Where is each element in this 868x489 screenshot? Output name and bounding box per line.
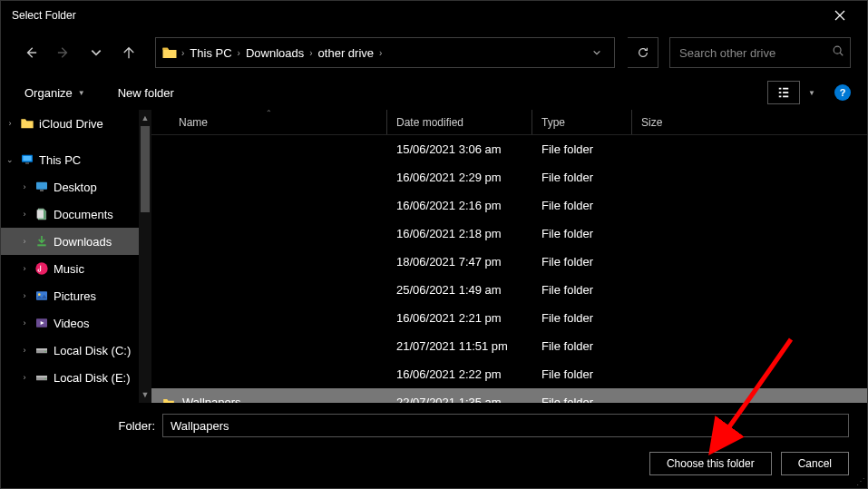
sidebar-item-documents[interactable]: ›Documents bbox=[1, 200, 151, 228]
file-date: 16/06/2021 2:22 pm bbox=[387, 367, 532, 381]
up-button[interactable] bbox=[115, 39, 142, 66]
folder-input[interactable] bbox=[162, 414, 849, 437]
file-date: 16/06/2021 2:18 pm bbox=[387, 227, 532, 240]
resize-grip-icon[interactable]: ⋰ bbox=[856, 476, 865, 486]
chevron-right-icon: › bbox=[19, 210, 30, 219]
folder-icon bbox=[160, 43, 180, 63]
refresh-button[interactable] bbox=[628, 37, 658, 68]
file-row[interactable]: 16/06/2021 2:18 pmFile folder bbox=[151, 220, 867, 248]
file-type: File folder bbox=[532, 283, 632, 297]
sidebar-item-local-disk-c-[interactable]: ›Local Disk (C:) bbox=[1, 337, 151, 364]
sidebar-item-local-disk-e-[interactable]: ›Local Disk (E:) bbox=[1, 364, 151, 391]
list-view-icon bbox=[776, 86, 791, 99]
organize-button[interactable]: Organize ▼ bbox=[17, 83, 93, 103]
svg-rect-2 bbox=[783, 88, 788, 90]
chevron-right-icon: › bbox=[19, 237, 30, 246]
sidebar-item-this-pc[interactable]: ⌄This PC bbox=[1, 146, 151, 173]
help-button[interactable]: ? bbox=[834, 84, 851, 101]
sort-indicator-icon: ⌃ bbox=[266, 110, 272, 117]
new-folder-label: New folder bbox=[118, 86, 174, 100]
svg-rect-11 bbox=[40, 190, 44, 191]
main-area: ›iCloud Drive⌄This PC›Desktop›Documents›… bbox=[1, 110, 867, 403]
column-name[interactable]: Name ⌃ bbox=[151, 110, 387, 134]
forward-button[interactable] bbox=[50, 39, 77, 66]
view-dropdown[interactable]: ▼ bbox=[804, 81, 820, 104]
svg-point-16 bbox=[38, 293, 41, 296]
folder-icon bbox=[161, 395, 177, 404]
svg-rect-3 bbox=[779, 92, 782, 93]
organize-label: Organize bbox=[24, 86, 73, 100]
chevron-right-icon: › bbox=[5, 119, 15, 128]
file-row[interactable]: 16/06/2021 2:29 pmFile folder bbox=[151, 163, 867, 191]
sidebar-scrollbar[interactable]: ▲ ▼ bbox=[139, 110, 151, 403]
file-row[interactable]: 16/06/2021 2:21 pmFile folder bbox=[151, 304, 867, 332]
file-row[interactable]: 25/06/2021 1:49 amFile folder bbox=[151, 276, 867, 304]
view-button[interactable] bbox=[767, 81, 800, 104]
select-folder-dialog: Select Folder › This PC › Downloads › ot bbox=[0, 0, 868, 489]
new-folder-button[interactable]: New folder bbox=[111, 83, 181, 103]
column-size[interactable]: Size bbox=[632, 110, 705, 134]
file-type: File folder bbox=[532, 227, 632, 240]
file-type: File folder bbox=[532, 396, 632, 403]
choose-folder-button[interactable]: Choose this folder bbox=[649, 452, 772, 475]
file-row[interactable]: 16/06/2021 2:22 pmFile folder bbox=[151, 360, 867, 388]
dialog-footer: Folder: Choose this folder Cancel bbox=[1, 403, 867, 488]
file-row[interactable]: 15/06/2021 3:06 amFile folder bbox=[151, 135, 867, 163]
svg-point-23 bbox=[44, 378, 45, 379]
sidebar-item-label: This PC bbox=[39, 153, 81, 167]
scrollbar-thumb[interactable] bbox=[141, 126, 150, 212]
sidebar-item-videos[interactable]: ›Videos bbox=[1, 309, 151, 337]
chevron-right-icon: › bbox=[19, 318, 30, 328]
sidebar-item-label: Documents bbox=[54, 208, 113, 221]
breadcrumb-item[interactable]: Downloads bbox=[240, 46, 309, 60]
file-date: 22/07/2021 1:35 am bbox=[387, 396, 532, 403]
scroll-up-icon[interactable]: ▲ bbox=[139, 112, 151, 124]
scroll-down-icon[interactable]: ▼ bbox=[139, 388, 151, 401]
breadcrumb-dropdown[interactable] bbox=[583, 44, 610, 61]
back-button[interactable] bbox=[17, 39, 44, 66]
sidebar-item-label: Local Disk (E:) bbox=[54, 371, 131, 385]
sidebar: ›iCloud Drive⌄This PC›Desktop›Documents›… bbox=[1, 110, 151, 403]
svg-rect-10 bbox=[36, 182, 47, 190]
file-content: Name ⌃ Date modified Type Size 15/06/202… bbox=[151, 110, 867, 403]
file-type: File folder bbox=[532, 339, 632, 353]
file-date: 18/06/2021 7:47 pm bbox=[387, 255, 532, 269]
file-row[interactable]: 21/07/2021 11:51 pmFile folder bbox=[151, 332, 867, 360]
close-button[interactable] bbox=[824, 3, 856, 28]
file-row[interactable]: 18/06/2021 7:47 pmFile folder bbox=[151, 248, 867, 276]
sidebar-item-desktop[interactable]: ›Desktop bbox=[1, 173, 151, 200]
chevron-right-icon: › bbox=[19, 346, 30, 355]
search-input[interactable] bbox=[679, 46, 832, 60]
sidebar-item-pictures[interactable]: ›Pictures bbox=[1, 282, 151, 309]
breadcrumb-item[interactable]: This PC bbox=[184, 46, 237, 60]
recent-dropdown[interactable] bbox=[83, 39, 110, 66]
file-type: File folder bbox=[532, 171, 632, 184]
chevron-right-icon: › bbox=[19, 182, 30, 191]
arrow-up-icon bbox=[122, 46, 135, 59]
breadcrumb[interactable]: › This PC › Downloads › other drive › bbox=[155, 37, 615, 68]
cancel-button[interactable]: Cancel bbox=[781, 452, 849, 475]
sidebar-item-icloud-drive[interactable]: ›iCloud Drive bbox=[1, 110, 151, 137]
file-row[interactable]: Wallpapers22/07/2021 1:35 amFile folder bbox=[151, 388, 867, 403]
file-row[interactable]: 16/06/2021 2:16 pmFile folder bbox=[151, 191, 867, 220]
downloads-icon bbox=[34, 233, 50, 249]
file-type: File folder bbox=[532, 367, 632, 381]
column-type[interactable]: Type bbox=[532, 110, 632, 134]
arrow-left-icon bbox=[24, 46, 37, 59]
close-icon bbox=[834, 10, 845, 21]
sidebar-item-label: Local Disk (C:) bbox=[54, 344, 131, 357]
svg-rect-19 bbox=[36, 348, 47, 350]
search-bar[interactable] bbox=[669, 37, 851, 68]
svg-rect-6 bbox=[783, 96, 788, 98]
svg-rect-4 bbox=[783, 92, 788, 93]
desktop-icon bbox=[34, 179, 50, 195]
chevron-right-icon: › bbox=[19, 291, 30, 300]
drive-icon bbox=[34, 342, 50, 358]
column-date[interactable]: Date modified bbox=[387, 110, 532, 134]
sidebar-item-label: iCloud Drive bbox=[39, 117, 103, 131]
svg-rect-22 bbox=[36, 376, 47, 377]
sidebar-item-downloads[interactable]: ›Downloads bbox=[1, 228, 151, 255]
sidebar-item-music[interactable]: ›Music bbox=[1, 255, 151, 282]
file-type: File folder bbox=[532, 199, 632, 212]
breadcrumb-item[interactable]: other drive bbox=[313, 46, 379, 60]
